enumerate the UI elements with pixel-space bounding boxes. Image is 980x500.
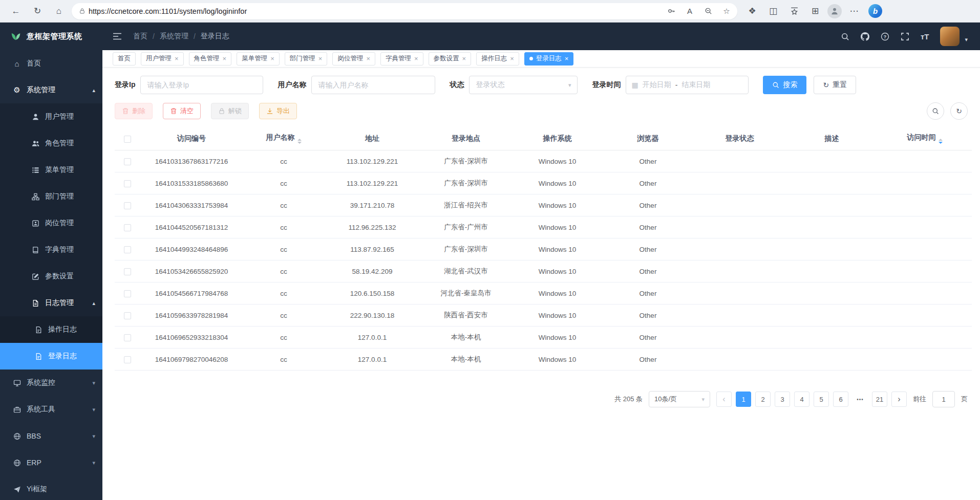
row-checkbox[interactable]: [124, 312, 131, 319]
sidebar-item-login-log[interactable]: 登录日志: [0, 343, 102, 369]
search-button[interactable]: 搜索: [763, 76, 806, 94]
favorite-add-icon[interactable]: ☆: [719, 4, 734, 19]
page-button-2[interactable]: 2: [755, 392, 771, 407]
login-ip-input[interactable]: [140, 76, 263, 94]
sidebar-item-role-management[interactable]: 角色管理: [0, 130, 102, 157]
tab-user-management[interactable]: 用户管理×: [141, 52, 184, 66]
row-checkbox[interactable]: [124, 334, 131, 341]
close-icon[interactable]: ×: [565, 55, 569, 62]
breadcrumb-item[interactable]: 登录日志: [201, 32, 229, 41]
close-icon[interactable]: ×: [318, 55, 323, 62]
refresh-table-button[interactable]: ↻: [950, 102, 968, 120]
app-logo[interactable]: 意框架管理系统: [0, 23, 102, 50]
sidebar-item-user-management[interactable]: 用户管理: [0, 103, 102, 130]
sidebar-item-home[interactable]: ⌂首页: [0, 50, 102, 77]
login-time-range[interactable]: ▦ 开始日期 - 结束日期: [626, 76, 749, 94]
sidebar-item-log-management[interactable]: 日志管理▴: [0, 290, 102, 316]
tab-login-log[interactable]: 登录日志×: [524, 52, 574, 66]
page-button-1[interactable]: 1: [736, 392, 751, 407]
sidebar-item-post-management[interactable]: 岗位管理: [0, 210, 102, 236]
sidebar-item-dept-management[interactable]: 部门管理: [0, 183, 102, 210]
tab-home[interactable]: 首页: [113, 52, 136, 66]
page-button-5[interactable]: 5: [814, 392, 829, 407]
password-key-icon[interactable]: [664, 4, 679, 19]
collections-icon[interactable]: ⊞: [806, 3, 824, 20]
search-icon[interactable]: [841, 32, 849, 41]
sidebar-item-system-tools[interactable]: 系统工具▾: [0, 396, 102, 423]
sidebar-item-operation-log[interactable]: 操作日志: [0, 316, 102, 343]
close-icon[interactable]: ×: [414, 55, 418, 62]
close-icon[interactable]: ×: [462, 55, 466, 62]
clear-button[interactable]: 清空: [163, 103, 201, 119]
row-checkbox[interactable]: [124, 246, 131, 253]
back-icon[interactable]: ←: [7, 3, 25, 20]
browser-profile-avatar[interactable]: [827, 4, 842, 18]
sort-caret-icon[interactable]: [297, 139, 302, 144]
address-bar[interactable]: https://ccnetcore.com:1101/system/log/lo…: [72, 3, 737, 19]
page-button-6[interactable]: 6: [833, 392, 848, 407]
unlock-button[interactable]: 解锁: [211, 103, 249, 119]
row-checkbox[interactable]: [124, 224, 131, 231]
page-button-3[interactable]: 3: [775, 392, 790, 407]
row-checkbox[interactable]: [124, 202, 131, 209]
page-button-4[interactable]: 4: [794, 392, 809, 407]
tab-role-management[interactable]: 角色管理×: [189, 52, 232, 66]
close-icon[interactable]: ×: [223, 55, 227, 62]
sidebar-item-system-management[interactable]: ⚙系统管理▴: [0, 77, 102, 103]
close-icon[interactable]: ×: [270, 55, 274, 62]
copilot-icon[interactable]: b: [868, 4, 882, 18]
more-pages-button[interactable]: •••: [853, 392, 868, 407]
close-icon[interactable]: ×: [510, 55, 514, 62]
github-icon[interactable]: [861, 32, 869, 41]
sidebar-item-yi-framework[interactable]: Yi框架: [0, 476, 102, 500]
browser-home-icon[interactable]: ⌂: [50, 3, 68, 20]
fullscreen-icon[interactable]: [901, 32, 909, 41]
read-aloud-icon[interactable]: A: [682, 4, 697, 19]
close-icon[interactable]: ×: [366, 55, 370, 62]
page-button-21[interactable]: 21: [872, 392, 887, 407]
delete-button[interactable]: 删除: [115, 103, 153, 119]
next-page-button[interactable]: ›: [891, 392, 907, 407]
sidebar-item-bbs[interactable]: BBS▾: [0, 423, 102, 449]
browser-menu-icon[interactable]: ⋯: [845, 3, 863, 20]
column-header[interactable]: 用户名称: [243, 127, 325, 150]
close-icon[interactable]: ×: [175, 55, 179, 62]
goto-page-input[interactable]: [932, 391, 955, 407]
tab-param-settings[interactable]: 参数设置×: [429, 52, 472, 66]
reset-button[interactable]: ↻ 重置: [814, 76, 856, 94]
breadcrumb-item[interactable]: 系统管理: [160, 32, 188, 41]
user-avatar[interactable]: [940, 27, 960, 46]
zoom-icon[interactable]: [700, 4, 716, 19]
page-size-select[interactable]: 10条/页 ▾: [649, 391, 710, 407]
chevron-down-icon[interactable]: ▾: [965, 36, 968, 46]
row-checkbox[interactable]: [124, 356, 131, 363]
tab-operation-log[interactable]: 操作日志×: [476, 52, 519, 66]
extensions-icon[interactable]: ❖: [743, 3, 761, 20]
tab-dept-management[interactable]: 部门管理×: [285, 52, 328, 66]
breadcrumb-item[interactable]: 首页: [133, 32, 147, 41]
sidebar-item-system-monitor[interactable]: 系统监控▾: [0, 369, 102, 396]
sidebar-item-param-settings[interactable]: 参数设置: [0, 263, 102, 290]
row-checkbox[interactable]: [124, 268, 131, 275]
column-header[interactable]: 访问时间: [878, 127, 972, 150]
select-all-checkbox[interactable]: [124, 136, 131, 143]
toggle-search-button[interactable]: [927, 102, 944, 120]
user-name-input[interactable]: [311, 76, 435, 94]
row-checkbox[interactable]: [124, 158, 131, 165]
row-checkbox[interactable]: [124, 180, 131, 187]
row-checkbox[interactable]: [124, 290, 131, 297]
font-size-icon[interactable]: тT: [921, 32, 929, 41]
tab-dict-management[interactable]: 字典管理×: [380, 52, 423, 66]
sidebar-item-erp[interactable]: ERP▾: [0, 449, 102, 476]
collapse-menu-icon[interactable]: [113, 32, 122, 41]
help-icon[interactable]: ?: [881, 32, 889, 41]
favorites-icon[interactable]: [785, 3, 803, 20]
sidebar-item-menu-management[interactable]: 菜单管理: [0, 157, 102, 183]
export-button[interactable]: 导出: [259, 103, 297, 119]
status-select[interactable]: 登录状态 ▾: [469, 76, 578, 94]
sort-caret-icon[interactable]: [939, 139, 943, 144]
tab-post-management[interactable]: 岗位管理×: [332, 52, 375, 66]
prev-page-button[interactable]: ‹: [716, 392, 732, 407]
sidebar-item-dict-management[interactable]: 字典管理: [0, 236, 102, 263]
split-screen-icon[interactable]: ◫: [764, 3, 782, 20]
